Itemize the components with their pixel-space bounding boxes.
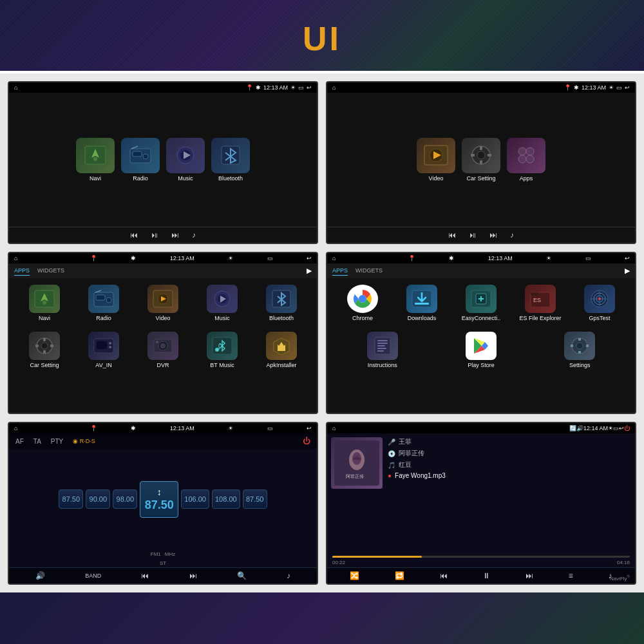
app-chrome[interactable]: Chrome	[335, 285, 390, 321]
music-next-btn[interactable]: ⏭	[526, 571, 533, 580]
radio-power-btn[interactable]: ⏻	[303, 437, 310, 446]
app-apps[interactable]: Apps	[507, 138, 545, 182]
radio-label-3: Radio	[96, 315, 111, 321]
play-btn-1[interactable]: ⏯	[151, 231, 158, 240]
radio-next-btn[interactable]: ⏭	[189, 571, 197, 580]
app-dvr-3[interactable]: DVR	[135, 332, 191, 368]
navi-icon-3	[29, 285, 60, 313]
freq-10800[interactable]: 108.00	[212, 489, 240, 509]
freq-8750-l[interactable]: 87.50	[59, 489, 83, 509]
freq-9800[interactable]: 98.00	[113, 489, 137, 509]
app-video-3[interactable]: Video	[135, 285, 191, 321]
video-icon-3	[147, 285, 178, 313]
radio-band-btn[interactable]: BAND	[85, 573, 101, 579]
prev-btn-2[interactable]: ⏮	[448, 231, 456, 240]
progress-area: 00:22 04:16	[327, 554, 635, 567]
radio-vol-btn[interactable]: 🔊	[35, 571, 45, 580]
next-btn-2[interactable]: ⏭	[489, 231, 497, 240]
app-downloads[interactable]: Downloads	[394, 285, 450, 321]
power-icon-6[interactable]: ⏻	[624, 425, 630, 431]
app-grid-1: Navi Radio	[76, 138, 250, 182]
play-icon-4[interactable]: ▶	[625, 267, 630, 275]
music-pause-btn[interactable]: ⏸	[482, 571, 490, 580]
svg-rect-40	[35, 345, 39, 347]
shuffle-btn[interactable]: 🔀	[350, 571, 359, 580]
app-video[interactable]: Video	[417, 138, 455, 182]
radio-search-btn[interactable]: 🔍	[237, 571, 247, 580]
radio-af[interactable]: AF	[15, 438, 24, 445]
tab-widgets-4[interactable]: WIDGETS	[355, 266, 383, 275]
app-navi-3[interactable]: Navi	[17, 285, 72, 321]
play-icon-3[interactable]: ▶	[307, 267, 312, 275]
app-carsetting-3[interactable]: Car Setting	[17, 332, 72, 368]
music-btn-2[interactable]: ♪	[510, 231, 514, 240]
app-easyconn[interactable]: EasyConnecti..	[453, 285, 509, 321]
playlist-btn[interactable]: ≡	[569, 571, 573, 580]
prev-btn-1[interactable]: ⏮	[130, 231, 138, 240]
tabs-bar-3: APPS WIDGETS ▶	[9, 263, 317, 278]
time-current: 00:22	[332, 560, 345, 565]
app-instructions[interactable]: Instructions	[335, 332, 430, 368]
radio-pty[interactable]: PTY	[51, 438, 63, 445]
app-carsetting[interactable]: Car Setting	[462, 138, 500, 182]
navi-icon	[76, 138, 115, 173]
tab-apps-4[interactable]: APPS	[332, 266, 348, 276]
tab-apps-3[interactable]: APPS	[14, 266, 30, 276]
app-settings[interactable]: Settings	[533, 332, 627, 368]
music-btn-1[interactable]: ♪	[192, 231, 196, 240]
app-bluetooth-3[interactable]: Bluetooth	[254, 285, 309, 321]
tab-widgets-3[interactable]: WIDGETS	[37, 266, 64, 275]
svg-point-14	[477, 151, 485, 159]
svg-rect-72	[377, 345, 385, 346]
freq-needle: ↕	[157, 487, 162, 497]
apps-row1-4: Chrome Downloads EasyConnecti..	[331, 281, 631, 325]
video-label: Video	[429, 175, 444, 182]
artist-name: 王菲	[399, 437, 412, 446]
app-avin-3[interactable]: AV_IN	[76, 332, 131, 368]
svg-point-55	[360, 296, 365, 301]
album-name: 阿菲正传	[399, 449, 424, 458]
svg-point-76	[576, 343, 583, 349]
apk-label: ApkInstaller	[266, 362, 296, 368]
loc-icon-3: 📍	[90, 255, 97, 261]
app-esfile[interactable]: ES ES File Explorer	[513, 285, 568, 321]
apk-icon	[266, 332, 297, 360]
radio-music-btn[interactable]: ♪	[287, 571, 290, 580]
radio-prev-btn[interactable]: ⏮	[141, 571, 149, 580]
next-btn-1[interactable]: ⏭	[171, 231, 179, 240]
svg-point-19	[518, 147, 526, 155]
freq-9000[interactable]: 90.00	[86, 489, 110, 509]
repeat-btn[interactable]: 🔁	[395, 571, 404, 580]
svg-rect-28	[96, 295, 105, 300]
freq-8750-r[interactable]: 87.50	[243, 489, 267, 509]
freq-10600[interactable]: 106.00	[181, 489, 209, 509]
svg-rect-38	[43, 338, 46, 341]
back-icon-3: ↩	[307, 255, 312, 261]
bluetooth-icon-1	[211, 138, 250, 173]
bt-icon-3: ✱	[131, 255, 136, 261]
content-area: ⌂ 📍 ✱ 12:13 AM ☀ ▭ ↩	[0, 73, 644, 644]
home-icon-4: ⌂	[332, 255, 336, 261]
album-art: 阿菲正传	[331, 437, 383, 489]
svg-point-49	[156, 341, 158, 343]
loc-icon-4: 📍	[408, 255, 415, 261]
app-btmusic-3[interactable]: BT Music	[194, 332, 250, 368]
app-radio-3[interactable]: Radio	[76, 285, 131, 321]
music-prev-btn[interactable]: ⏮	[440, 571, 448, 580]
app-apk-3[interactable]: ApkInstaller	[254, 332, 309, 368]
app-radio[interactable]: Radio	[121, 138, 160, 182]
app-navi[interactable]: Navi	[76, 138, 115, 182]
screen-launcher1: ⌂ 📍 ✱ 12:13 AM ☀ ▭ ↩ APPS WIDGETS ▶	[8, 252, 318, 415]
app-music[interactable]: Music	[166, 138, 205, 182]
downloads-label: Downloads	[408, 315, 437, 321]
freq-active[interactable]: ↕ 87.50	[140, 481, 178, 518]
app-playstore[interactable]: Play Store	[433, 332, 528, 368]
app-gpstest[interactable]: GpsTest	[572, 285, 627, 321]
play-btn-2[interactable]: ⏯	[469, 231, 477, 240]
radio-icon	[121, 138, 160, 173]
music-label: Music	[178, 175, 193, 182]
radio-ta[interactable]: TA	[33, 438, 41, 445]
app-music-3[interactable]: Music	[194, 285, 250, 321]
dvr-label: DVR	[156, 362, 169, 368]
app-bluetooth[interactable]: Bluetooth	[211, 138, 250, 182]
